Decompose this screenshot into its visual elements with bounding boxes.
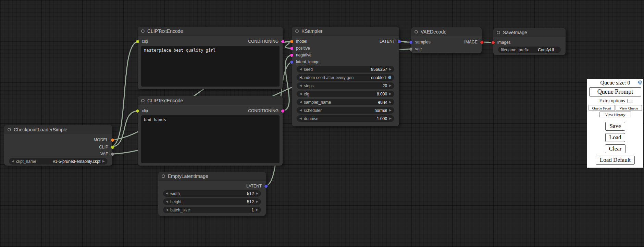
- output-port-latent[interactable]: LATENT: [246, 183, 268, 190]
- port-dot-model[interactable]: [290, 40, 294, 43]
- input-port-clip[interactable]: clip: [136, 107, 148, 114]
- port-dot-clip[interactable]: [111, 145, 114, 149]
- settings-gear-icon[interactable]: [637, 80, 642, 85]
- arrow-left-icon[interactable]: ◀: [12, 160, 14, 163]
- queue-front-button[interactable]: Queue Front: [589, 105, 615, 111]
- comfyui-canvas[interactable]: { "icons": { "arrow_left": "◀", "arrow_r…: [0, 0, 644, 247]
- arrow-right-icon[interactable]: ▶: [256, 200, 258, 203]
- widget-filename-prefix[interactable]: filename_prefix ComfyUI: [498, 47, 561, 53]
- negative-prompt-textarea[interactable]: bad hands: [141, 115, 280, 163]
- node-title-bar[interactable]: SaveImage: [493, 28, 566, 37]
- port-dot-conditioning[interactable]: [290, 53, 294, 57]
- arrow-left-icon[interactable]: ◀: [299, 109, 302, 112]
- arrow-left-icon[interactable]: ◀: [166, 208, 168, 211]
- node-empty-latent-image[interactable]: EmptyLatentImage LATENT ◀ width 512 ▶ ◀ …: [158, 172, 266, 216]
- collapse-dot-icon[interactable]: [414, 30, 418, 34]
- port-dot-vae[interactable]: [409, 47, 413, 51]
- port-dot-model[interactable]: [111, 138, 114, 142]
- output-port-latent[interactable]: LATENT: [380, 38, 401, 45]
- arrow-left-icon[interactable]: ◀: [166, 192, 168, 195]
- widget-batch-size[interactable]: ◀ batch_size 1 ▶: [163, 207, 261, 213]
- arrow-right-icon[interactable]: ▶: [389, 101, 392, 104]
- arrow-right-icon[interactable]: ▶: [256, 192, 258, 195]
- node-title-bar[interactable]: CheckpointLoaderSimple: [4, 125, 112, 134]
- node-title-bar[interactable]: EmptyLatentImage: [158, 172, 266, 181]
- arrow-right-icon[interactable]: ▶: [389, 117, 392, 120]
- arrow-left-icon[interactable]: ◀: [299, 117, 302, 120]
- node-title-bar[interactable]: VAEDecode: [411, 27, 482, 36]
- widget-ckpt-name[interactable]: ◀ ckpt_name v1-5-pruned-emaonly.ckpt ▶: [9, 158, 108, 165]
- node-checkpoint-loader[interactable]: CheckpointLoaderSimple MODEL CLIP VAE ◀ …: [4, 125, 112, 166]
- save-button[interactable]: Save: [605, 122, 625, 131]
- arrow-left-icon[interactable]: ◀: [299, 84, 302, 87]
- view-history-button[interactable]: View History: [599, 112, 631, 117]
- widget-cfg[interactable]: ◀ cfg 8.000 ▶: [297, 91, 394, 97]
- output-port-conditioning[interactable]: CONDITIONING: [248, 107, 285, 114]
- node-title-bar[interactable]: CLIPTextEncode: [138, 96, 283, 105]
- arrow-left-icon[interactable]: ◀: [299, 68, 302, 71]
- output-port-vae[interactable]: VAE: [100, 151, 114, 157]
- node-title-bar[interactable]: CLIPTextEncode: [138, 27, 283, 36]
- port-dot-image[interactable]: [480, 40, 484, 44]
- clear-button[interactable]: Clear: [605, 144, 626, 153]
- node-clip-text-encode-negative[interactable]: CLIPTextEncode clip CONDITIONING bad han…: [138, 96, 283, 166]
- output-port-model[interactable]: MODEL: [94, 136, 114, 143]
- arrow-right-icon[interactable]: ▶: [256, 208, 258, 211]
- node-ksampler[interactable]: KSampler model positive negative latent_…: [292, 27, 399, 126]
- extra-options-checkbox[interactable]: [627, 99, 631, 103]
- input-port-positive[interactable]: positive: [290, 45, 310, 52]
- port-dot-conditioning[interactable]: [281, 40, 285, 43]
- arrow-right-icon[interactable]: ▶: [389, 109, 392, 112]
- queue-prompt-button[interactable]: Queue Prompt: [589, 87, 641, 96]
- output-port-image[interactable]: IMAGE: [464, 39, 484, 46]
- collapse-dot-icon[interactable]: [141, 29, 145, 33]
- port-dot-clip[interactable]: [136, 40, 139, 43]
- node-save-image[interactable]: SaveImage images filename_prefix ComfyUI: [493, 28, 566, 55]
- output-port-clip[interactable]: CLIP: [99, 144, 114, 151]
- port-dot-latent[interactable]: [290, 60, 294, 64]
- port-dot-vae[interactable]: [111, 152, 114, 156]
- widget-denoise[interactable]: ◀ denoise 1.000 ▶: [297, 115, 394, 122]
- port-dot-latent[interactable]: [397, 40, 401, 43]
- collapse-dot-icon[interactable]: [8, 128, 11, 131]
- collapse-dot-icon[interactable]: [162, 174, 165, 178]
- arrow-left-icon[interactable]: ◀: [299, 101, 302, 104]
- arrow-left-icon[interactable]: ◀: [299, 92, 302, 95]
- widget-scheduler[interactable]: ◀ scheduler normal ▶: [297, 107, 394, 114]
- arrow-left-icon[interactable]: ◀: [166, 200, 168, 203]
- load-default-button[interactable]: Load Default: [596, 156, 635, 165]
- toggle-enabled-icon[interactable]: [388, 76, 392, 79]
- positive-prompt-textarea[interactable]: masterpiece best quality girl: [141, 46, 280, 87]
- port-dot-image[interactable]: [491, 41, 495, 44]
- widget-steps[interactable]: ◀ steps 20 ▶: [297, 82, 394, 89]
- collapse-dot-icon[interactable]: [497, 31, 500, 34]
- input-port-negative[interactable]: negative: [290, 52, 311, 58]
- port-dot-latent[interactable]: [264, 184, 268, 188]
- arrow-right-icon[interactable]: ▶: [389, 68, 392, 71]
- widget-seed[interactable]: ◀ seed 8566257 ▶: [297, 66, 394, 73]
- node-title-bar[interactable]: KSampler: [292, 27, 399, 36]
- input-port-latent-image[interactable]: latent_image: [290, 58, 320, 65]
- widget-width[interactable]: ◀ width 512 ▶: [163, 190, 261, 197]
- view-queue-button[interactable]: View Queue: [616, 105, 642, 111]
- arrow-right-icon[interactable]: ▶: [389, 84, 392, 87]
- input-port-images[interactable]: images: [491, 39, 511, 46]
- input-port-vae[interactable]: vae: [409, 46, 422, 52]
- arrow-right-icon[interactable]: ▶: [389, 92, 392, 95]
- port-dot-clip[interactable]: [136, 109, 139, 113]
- arrow-right-icon[interactable]: ▶: [102, 160, 105, 163]
- collapse-dot-icon[interactable]: [295, 29, 299, 33]
- port-dot-conditioning[interactable]: [290, 47, 294, 50]
- port-dot-conditioning[interactable]: [281, 109, 285, 113]
- output-port-conditioning[interactable]: CONDITIONING: [248, 38, 285, 45]
- collapse-dot-icon[interactable]: [141, 99, 145, 102]
- input-port-samples[interactable]: samples: [409, 39, 431, 46]
- widget-height[interactable]: ◀ height 512 ▶: [163, 198, 261, 205]
- widget-random-seed-toggle[interactable]: Random seed after every gen enabled: [297, 74, 394, 81]
- input-port-model[interactable]: model: [290, 38, 307, 45]
- port-dot-latent[interactable]: [409, 40, 413, 44]
- widget-sampler-name[interactable]: ◀ sampler_name euler ▶: [297, 99, 394, 105]
- input-port-clip[interactable]: clip: [136, 38, 148, 45]
- node-clip-text-encode-positive[interactable]: CLIPTextEncode clip CONDITIONING masterp…: [138, 27, 283, 89]
- load-button[interactable]: Load: [605, 133, 626, 142]
